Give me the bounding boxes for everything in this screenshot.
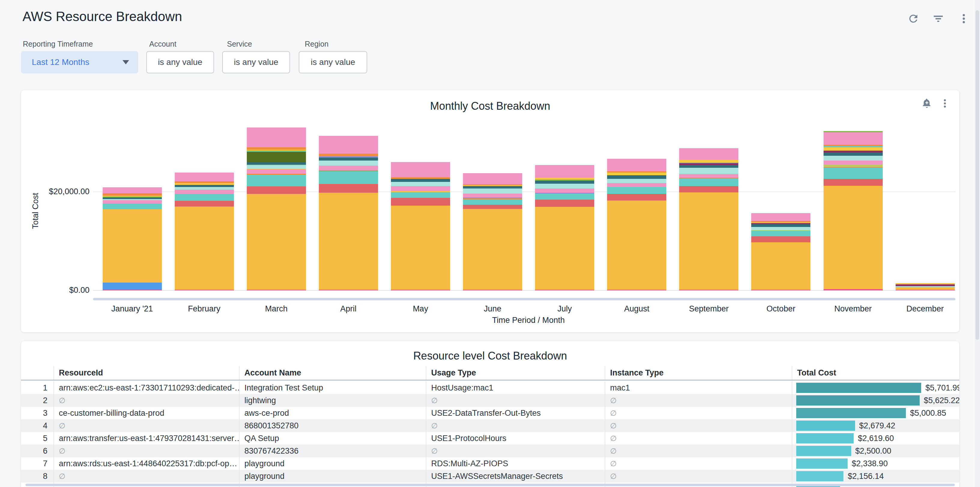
bar-segment-red[interactable] — [679, 186, 738, 192]
resource-id-cell[interactable]: ∅ — [53, 445, 239, 457]
bar-segment-darkTeal[interactable] — [319, 158, 378, 161]
page-scrollbar-track[interactable] — [975, 0, 980, 487]
bar-segment-darkTeal[interactable] — [679, 165, 738, 168]
header-resource-id[interactable]: ResourceId — [53, 366, 239, 380]
table-row[interactable]: 4∅868001352780∅∅$2,679.42 — [21, 419, 959, 432]
instance-type-cell[interactable]: ∅ — [605, 457, 792, 470]
kebab-menu-icon[interactable] — [939, 98, 950, 109]
instance-type-cell[interactable]: ∅ — [605, 407, 792, 419]
bar-segment-magenta[interactable] — [319, 290, 378, 291]
bar-segment-yellow[interactable] — [535, 178, 594, 180]
refresh-icon[interactable] — [907, 13, 920, 25]
bar-segment-darkTeal[interactable] — [535, 180, 594, 184]
stacked-bar-6[interactable] — [463, 173, 522, 291]
bar-segment-paleCyan[interactable] — [607, 179, 666, 183]
bar-segment-pink[interactable] — [824, 161, 883, 164]
bar-segment-pink[interactable] — [175, 190, 234, 194]
bar-segment-pink[interactable] — [391, 186, 450, 191]
bar-segment-paleCyan[interactable] — [247, 165, 306, 169]
bar-segment-magenta[interactable] — [535, 290, 594, 291]
bar-segment-amber[interactable] — [319, 193, 378, 290]
bar-segment-red[interactable] — [607, 194, 666, 201]
region-filter-button[interactable]: is any value — [299, 51, 367, 73]
bar-segment-amber[interactable] — [535, 207, 594, 290]
bar-segment-pink[interactable] — [103, 187, 162, 193]
bar-segment-red[interactable] — [463, 205, 522, 209]
stacked-bar-5[interactable] — [391, 162, 450, 291]
bar-segment-amber[interactable] — [463, 209, 522, 290]
stacked-bar-8[interactable] — [607, 159, 666, 291]
bar-segment-paleCyan[interactable] — [175, 187, 234, 190]
header-account-name[interactable]: Account Name — [239, 366, 426, 380]
resource-id-cell[interactable]: ∅ — [53, 419, 239, 432]
bar-segment-teal[interactable] — [319, 171, 378, 184]
bar-segment-pink[interactable] — [535, 165, 594, 177]
stacked-bar-11[interactable] — [824, 131, 883, 291]
page-scrollbar-thumb[interactable] — [975, 10, 979, 340]
bar-segment-darkTeal[interactable] — [751, 224, 810, 227]
bar-segment-teal[interactable] — [247, 175, 306, 186]
kebab-menu-icon[interactable] — [958, 13, 970, 25]
bar-segment-amber[interactable] — [824, 186, 883, 289]
total-cost-cell[interactable]: $5,701.99 — [792, 382, 959, 394]
bar-segment-teal[interactable] — [607, 187, 666, 194]
bar-segment-pink[interactable] — [607, 183, 666, 187]
bar-segment-red[interactable] — [175, 201, 234, 206]
table-row[interactable]: 7arn:aws:rds:us-east-1:448640225317:db:p… — [21, 457, 959, 470]
bar-segment-paleCyan[interactable] — [391, 182, 450, 186]
stacked-bar-12[interactable] — [896, 283, 955, 291]
table-row[interactable]: 3ce-customer-billing-data-prodaws-ce-pro… — [21, 407, 959, 419]
bar-segment-red[interactable] — [319, 184, 378, 193]
bar-segment-yellow[interactable] — [607, 172, 666, 175]
service-filter-button[interactable]: is any value — [222, 51, 290, 73]
bar-segment-magenta[interactable] — [824, 289, 883, 291]
bar-segment-blue[interactable] — [103, 283, 162, 289]
bar-segment-pink[interactable] — [679, 148, 738, 160]
bar-segment-magenta[interactable] — [463, 290, 522, 291]
bar-segment-magenta[interactable] — [751, 290, 810, 291]
bar-segment-pink[interactable] — [247, 128, 306, 147]
bar-segment-red[interactable] — [824, 179, 883, 186]
table-row[interactable]: 8∅playgroundUSE1-AWSSecretsManager-Secre… — [21, 470, 959, 482]
table-row[interactable]: 1arn:aws:ec2:us-east-1:733017110293:dedi… — [21, 382, 959, 394]
instance-type-cell[interactable]: ∅ — [605, 445, 792, 457]
account-name-cell[interactable]: playground — [239, 470, 426, 482]
timeframe-select[interactable]: Last 12 Months — [21, 51, 138, 73]
bar-segment-red[interactable] — [751, 236, 810, 242]
bar-segment-pink[interactable] — [463, 173, 522, 184]
bar-segment-pink[interactable] — [391, 162, 450, 178]
account-name-cell[interactable]: playground — [239, 457, 426, 470]
bar-segment-pink[interactable] — [319, 166, 378, 171]
bar-segment-amber[interactable] — [751, 242, 810, 290]
total-cost-cell[interactable]: $2,619.60 — [792, 432, 959, 445]
bar-segment-pink[interactable] — [175, 172, 234, 181]
usage-type-cell[interactable]: ∅ — [426, 394, 605, 407]
bar-segment-yellow[interactable] — [824, 147, 883, 151]
total-cost-cell[interactable]: $5,625.22 — [792, 394, 959, 407]
bar-segment-paleCyan[interactable] — [535, 184, 594, 188]
account-name-cell[interactable]: 830767422336 — [239, 445, 426, 457]
header-total-cost[interactable]: Total Cost — [792, 366, 959, 380]
bar-segment-amber[interactable] — [391, 206, 450, 290]
bar-segment-teal[interactable] — [824, 168, 883, 179]
instance-type-cell[interactable]: ∅ — [605, 419, 792, 432]
bar-segment-pink[interactable] — [824, 132, 883, 145]
account-name-cell[interactable]: Integration Test Setup — [239, 382, 426, 394]
stacked-bar-7[interactable] — [535, 165, 594, 291]
resource-id-cell[interactable]: arn:aws:rds:us-east-1:448640225317:db:pc… — [53, 457, 239, 470]
bar-segment-orange[interactable] — [247, 147, 306, 150]
account-name-cell[interactable]: lightwing — [239, 394, 426, 407]
account-name-cell[interactable]: QA Setup — [239, 432, 426, 445]
stacked-bar-1[interactable] — [103, 187, 162, 291]
bar-segment-red[interactable] — [247, 186, 306, 194]
bar-segment-teal[interactable] — [175, 194, 234, 201]
bar-segment-teal[interactable] — [751, 231, 810, 236]
account-name-cell[interactable]: aws-ce-prod — [239, 407, 426, 419]
bar-segment-magenta[interactable] — [391, 290, 450, 291]
header-instance-type[interactable]: Instance Type — [605, 366, 792, 380]
usage-type-cell[interactable]: USE1-ProtocolHours — [426, 432, 605, 445]
bar-segment-magenta[interactable] — [607, 290, 666, 291]
bar-segment-amber[interactable] — [607, 201, 666, 290]
bar-segment-olive[interactable] — [247, 152, 306, 162]
bar-segment-pink[interactable] — [247, 169, 306, 174]
